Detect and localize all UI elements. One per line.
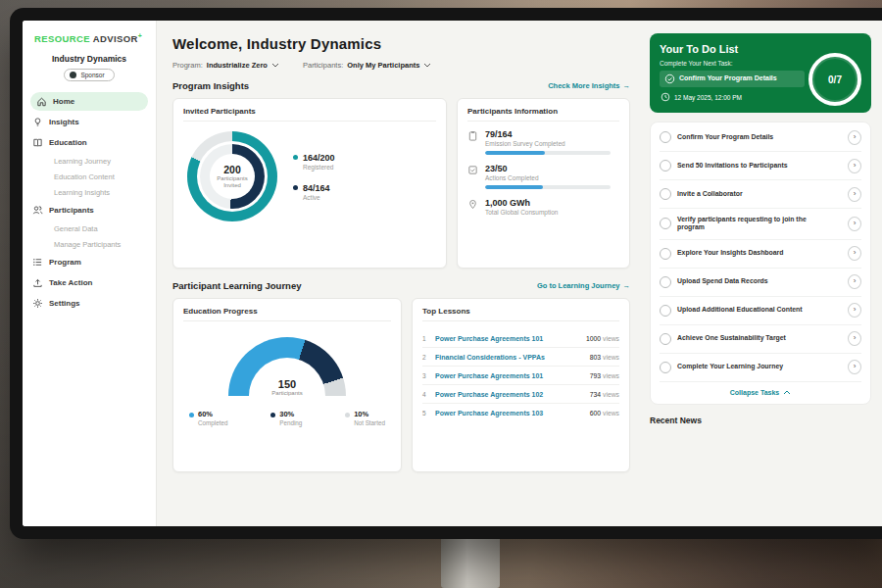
lesson-link[interactable]: Power Purchase Agreements 101: [435, 372, 583, 379]
collapse-tasks-button[interactable]: Collapse Tasks: [660, 382, 861, 403]
sidebar-item-take-action[interactable]: Take Action: [23, 273, 156, 292]
sidebar-item-manage-participants[interactable]: Manage Participants: [23, 236, 156, 252]
task-chevron-button[interactable]: ›: [848, 360, 861, 374]
chevron-right-icon: ›: [854, 306, 857, 314]
todo-next-task-label: Confirm Your Program Details: [679, 74, 777, 82]
invited-total-label: Participants Invited: [212, 175, 253, 189]
lesson-rank: 1: [422, 335, 428, 342]
task-row[interactable]: Upload Spend Data Records ›: [660, 269, 861, 297]
education-progress-gauge-chart: 150 Participants: [228, 337, 346, 396]
actions-completed-value: 23/50: [485, 164, 611, 173]
lesson-link[interactable]: Power Purchase Agreements 103: [435, 410, 583, 416]
program-dropdown-value: Industrialize Zero: [207, 61, 268, 70]
sidebar-item-education-content[interactable]: Education Content: [23, 169, 156, 184]
task-row[interactable]: Send 50 Invitations to Participants ›: [660, 152, 861, 180]
sidebar-item-learning-insights[interactable]: Learning Insights: [23, 184, 156, 200]
task-chevron-button[interactable]: ›: [848, 217, 861, 231]
lesson-link[interactable]: Financial Considerations - VPPAs: [435, 354, 583, 361]
sidebar-item-participants[interactable]: Participants: [23, 201, 156, 220]
check-more-insights-link[interactable]: Check More Insights →: [548, 81, 630, 90]
task-chevron-button[interactable]: ›: [848, 274, 861, 289]
task-row[interactable]: Complete Your Learning Journey ›: [660, 354, 861, 382]
task-row[interactable]: Verify participants requesting to join t…: [660, 209, 861, 240]
participants-dropdown-label: Participants:: [303, 61, 343, 70]
sponsor-badge[interactable]: Sponsor: [64, 69, 114, 81]
program-dropdown[interactable]: Program: Industrialize Zero: [172, 61, 279, 70]
upload-icon: [32, 277, 43, 288]
logo-advisor: ADVISOR: [93, 33, 138, 44]
todo-next-task[interactable]: Confirm Your Program Details: [660, 71, 805, 87]
participants-count: 150: [228, 378, 346, 390]
lesson-views-label: views: [603, 410, 619, 416]
link-label: Check More Insights: [548, 81, 619, 90]
task-label: Invite a Collaborator: [677, 190, 820, 199]
task-chevron-button[interactable]: ›: [848, 130, 861, 145]
app-logo: RESOURCE ADVISOR+: [23, 28, 156, 52]
lesson-row[interactable]: 1 Power Purchase Agreements 101 1000 vie…: [422, 329, 619, 348]
lesson-views-label: views: [603, 391, 619, 398]
task-chevron-button[interactable]: ›: [848, 303, 861, 318]
emission-survey-row: 79/164 Emission Survey Completed: [467, 129, 619, 155]
lesson-views: 793: [590, 372, 601, 379]
lesson-link[interactable]: Power Purchase Agreements 102: [435, 391, 583, 398]
sidebar-item-home[interactable]: Home: [30, 92, 148, 111]
legend-not-started: 10% Not Started: [345, 410, 385, 426]
check-square-icon: [467, 165, 478, 189]
participants-dropdown-value: Only My Participants: [347, 61, 419, 70]
task-checkbox[interactable]: [660, 131, 671, 143]
task-chevron-button[interactable]: ›: [848, 331, 861, 346]
actions-completed-row: 23/50 Actions Completed: [467, 164, 619, 189]
legend-dot: [293, 185, 298, 190]
lesson-views: 600: [590, 410, 601, 416]
task-checkbox[interactable]: [660, 362, 671, 373]
task-checkbox[interactable]: [660, 305, 671, 317]
lesson-row[interactable]: 4 Power Purchase Agreements 102 734 view…: [422, 385, 619, 404]
sidebar-item-settings[interactable]: Settings: [23, 294, 156, 313]
gear-icon: [32, 298, 43, 309]
participants-dropdown[interactable]: Participants: Only My Participants: [303, 61, 431, 70]
lesson-row[interactable]: 2 Financial Considerations - VPPAs 803 v…: [422, 348, 619, 367]
task-row[interactable]: Explore Your Insights Dashboard ›: [660, 240, 861, 269]
chevron-up-icon: [783, 390, 791, 395]
task-row[interactable]: Confirm Your Program Details ›: [660, 123, 861, 152]
task-checkbox[interactable]: [660, 276, 671, 288]
program-dropdown-label: Program:: [172, 61, 203, 70]
lesson-row[interactable]: 3 Power Purchase Agreements 101 793 view…: [422, 367, 619, 385]
task-chevron-button[interactable]: ›: [848, 187, 861, 202]
task-row[interactable]: Upload Additional Educational Content ›: [660, 297, 861, 325]
sidebar-item-label: Manage Participants: [54, 240, 121, 249]
org-name: Industry Dynamics: [23, 54, 156, 64]
completed-pct: 60%: [198, 410, 213, 418]
lesson-link[interactable]: Power Purchase Agreements 101: [435, 335, 579, 342]
link-label: Go to Learning Journey: [537, 281, 620, 290]
actions-completed-label: Actions Completed: [485, 174, 611, 181]
task-checkbox[interactable]: [660, 248, 671, 260]
task-label: Upload Additional Educational Content: [677, 306, 820, 315]
lesson-rank: 2: [422, 354, 428, 361]
go-to-learning-journey-link[interactable]: Go to Learning Journey →: [537, 281, 630, 290]
clipboard-icon: [467, 130, 478, 155]
arrow-right-icon: →: [623, 281, 631, 290]
photo-background: RESOURCE ADVISOR+ Industry Dynamics Spon…: [0, 0, 882, 588]
task-label: Confirm Your Program Details: [677, 133, 820, 142]
sidebar-item-insights[interactable]: Insights: [23, 113, 156, 131]
lesson-row[interactable]: 5 Power Purchase Agreements 103 600 view…: [422, 404, 619, 421]
task-checkbox[interactable]: [660, 333, 671, 345]
actions-completed-progressbar: [485, 185, 611, 189]
sidebar-item-education[interactable]: Education: [23, 133, 156, 152]
lesson-rank: 3: [422, 372, 428, 379]
task-row[interactable]: Achieve One Sustainability Target ›: [660, 325, 861, 354]
task-checkbox[interactable]: [660, 188, 671, 200]
sidebar-item-general-data[interactable]: General Data: [23, 220, 156, 236]
legend-active: 84/164 Active: [293, 183, 335, 201]
sidebar-item-learning-journey[interactable]: Learning Journey: [23, 153, 156, 169]
task-checkbox[interactable]: [660, 160, 671, 172]
todo-due-label: 12 May 2025, 12:00 PM: [674, 94, 742, 101]
invited-total: 200: [223, 164, 241, 175]
task-checkbox[interactable]: [660, 218, 671, 229]
task-chevron-button[interactable]: ›: [848, 246, 861, 261]
lesson-rank: 4: [422, 391, 428, 398]
task-row[interactable]: Invite a Collaborator ›: [660, 180, 861, 209]
task-chevron-button[interactable]: ›: [848, 159, 861, 173]
sidebar-item-program[interactable]: Program: [23, 253, 156, 271]
